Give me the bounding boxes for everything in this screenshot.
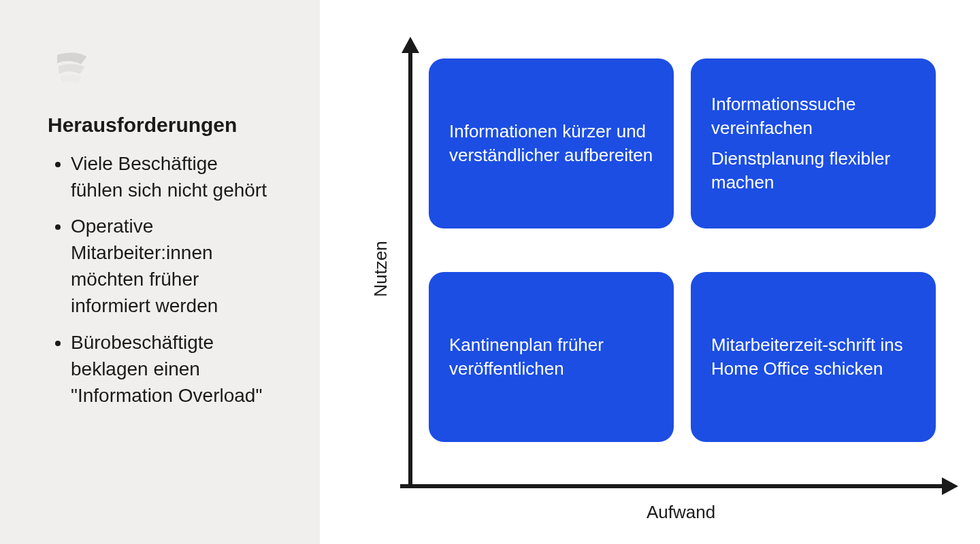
list-item: Viele Beschäftige fühlen sich nicht gehö… <box>71 150 272 203</box>
quadrant-item: Mitarbeiterzeit-schrift ins Home Office … <box>711 333 915 381</box>
svg-marker-3 <box>942 477 958 495</box>
quadrant-bottom-left: Kantinenplan früher veröffentlichen <box>429 272 674 442</box>
logo-icon <box>48 44 95 92</box>
list-item: Bürobeschäftigte beklagen einen "Informa… <box>71 329 272 409</box>
sidebar: Herausforderungen Viele Beschäftige fühl… <box>0 0 320 544</box>
x-axis-label: Aufwand <box>647 502 715 523</box>
y-axis-line <box>400 37 421 486</box>
quadrant-item: Informationen kürzer und verständlicher … <box>449 120 653 167</box>
slide: Herausforderungen Viele Beschäftige fühl… <box>0 0 980 544</box>
x-axis-line <box>400 476 958 496</box>
list-item: Operative Mitarbeiter:innen möchten früh… <box>71 213 272 320</box>
sidebar-title: Herausforderungen <box>48 112 272 138</box>
quadrant-top-left: Informationen kürzer und verständlicher … <box>429 58 674 228</box>
sidebar-list: Viele Beschäftige fühlen sich nicht gehö… <box>48 150 272 409</box>
quadrant-top-right: Informationssuche vereinfachen Dienstpla… <box>691 58 936 228</box>
quadrant-item: Dienstplanung flexibler machen <box>711 147 915 194</box>
y-axis-label: Nutzen <box>370 241 391 296</box>
quadrant-chart: Nutzen Aufwand Informationen kürzer und … <box>320 0 980 544</box>
svg-marker-1 <box>402 37 419 53</box>
quadrant-item: Kantinenplan früher veröffentlichen <box>449 333 653 381</box>
quadrant-item: Informationssuche vereinfachen <box>711 92 915 140</box>
quadrant-bottom-right: Mitarbeiterzeit-schrift ins Home Office … <box>691 272 936 442</box>
